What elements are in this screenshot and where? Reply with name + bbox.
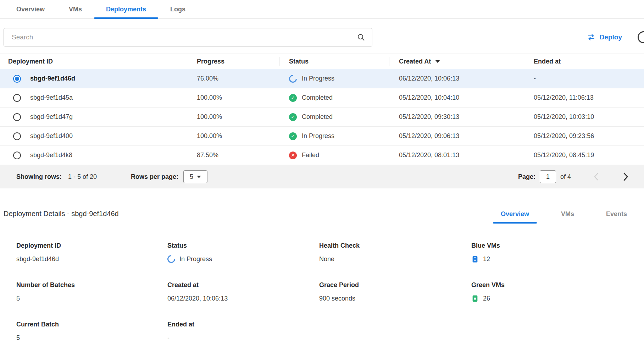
sort-descending-icon	[435, 60, 440, 63]
row-radio[interactable]	[13, 75, 21, 83]
table-row[interactable]: sbgd-9ef1d47g 100.00% Completed 05/12/20…	[0, 108, 644, 127]
search-input[interactable]	[4, 28, 372, 46]
row-radio[interactable]	[13, 113, 21, 121]
refresh-icon[interactable]	[638, 31, 644, 43]
field-label: Deployment ID	[16, 242, 167, 249]
field-value-text: 26	[483, 295, 490, 302]
created-at-value: 05/12/2020, 09:06:13	[389, 132, 524, 140]
rows-per-page-label: Rows per page:	[131, 173, 178, 181]
toolbar: Deploy	[0, 19, 644, 54]
status-label: Failed	[302, 152, 319, 159]
field-ended-at: Ended at -	[167, 321, 319, 342]
page-input[interactable]	[540, 170, 556, 183]
column-created-at[interactable]: Created At	[389, 54, 524, 69]
field-label: Status	[167, 242, 319, 249]
deployment-id: sbgd-9ef1d45a	[30, 94, 73, 101]
deploy-button[interactable]: Deploy	[587, 33, 622, 41]
status-icon	[287, 73, 298, 84]
created-at-value: 05/12/2020, 10:04:10	[389, 94, 524, 101]
field-label: Grace Period	[319, 281, 471, 289]
field-value-text: 5	[16, 295, 20, 302]
details-title: Deployment Details - sbgd-9ef1d46d	[4, 210, 119, 224]
status-icon	[289, 152, 297, 159]
dropdown-caret-icon	[197, 176, 201, 178]
table-row[interactable]: sbgd-9ef1d4k8 87.50% Failed 05/12/2020, …	[0, 146, 644, 165]
field-value-text: None	[319, 255, 334, 263]
deployment-id: sbgd-9ef1d400	[30, 132, 73, 140]
field-value-text: sbgd-9ef1d46d	[16, 255, 59, 263]
table-row[interactable]: sbgd-9ef1d46d 76.00% In Progress 06/12/2…	[0, 69, 644, 88]
field-deployment-id: Deployment ID sbgd-9ef1d46d	[16, 242, 167, 264]
ended-at-value: 05/12/2020, 08:45:19	[524, 152, 644, 159]
progress-value: 100.00%	[187, 94, 279, 101]
status-label: In Progress	[302, 132, 334, 140]
status-label: Completed	[302, 94, 333, 101]
field-label: Blue VMs	[471, 242, 644, 249]
page-total: of 4	[560, 173, 571, 181]
field-green-vms: Green VMs 26	[471, 281, 644, 303]
field-health-check: Health Check None	[319, 242, 471, 264]
showing-rows-label: Showing rows:	[16, 173, 62, 181]
deployment-id: sbgd-9ef1d47g	[30, 113, 73, 121]
tab-vms[interactable]: VMs	[57, 0, 94, 18]
rows-per-page-value: 5	[190, 173, 193, 181]
column-status: Status	[279, 54, 389, 69]
field-value-text: 12	[483, 255, 490, 263]
field-label: Ended at	[167, 321, 319, 328]
blue-vms-icon	[471, 255, 479, 263]
rows-per-page-select[interactable]: 5	[183, 170, 207, 183]
tab-overview[interactable]: Overview	[4, 0, 57, 18]
swap-arrows-icon	[587, 34, 595, 41]
details-fields: Deployment ID sbgd-9ef1d46d Status In Pr…	[16, 242, 644, 342]
progress-value: 87.50%	[187, 152, 279, 159]
row-radio[interactable]	[13, 152, 21, 159]
field-label: Green VMs	[471, 281, 644, 289]
progress-value: 76.00%	[187, 75, 279, 82]
deployment-id: sbgd-9ef1d4k8	[30, 152, 72, 159]
status-icon	[289, 132, 297, 140]
chevron-left-icon[interactable]	[592, 171, 600, 182]
progress-value: 100.00%	[187, 113, 279, 121]
row-radio[interactable]	[13, 132, 21, 140]
details-tab-bar: Overview VMs Events	[477, 210, 635, 224]
in-progress-spinner-icon	[166, 253, 177, 264]
field-value-text: -	[167, 334, 170, 342]
details-tab-events[interactable]: Events	[598, 210, 635, 224]
field-label: Created at	[167, 281, 319, 289]
field-label: Health Check	[319, 242, 471, 249]
field-value-text: 5	[16, 334, 20, 342]
table-header: Deployment ID Progress Status Created At…	[0, 54, 644, 69]
details-header: Deployment Details - sbgd-9ef1d46d Overv…	[0, 210, 644, 224]
field-grace-period: Grace Period 900 seconds	[319, 281, 471, 303]
pagination-bar: Showing rows: 1 - 5 of 20 Rows per page:…	[0, 165, 644, 188]
progress-value: 100.00%	[187, 132, 279, 140]
details-tab-overview[interactable]: Overview	[493, 210, 537, 224]
search-box	[4, 28, 372, 46]
field-value-text: 900 seconds	[319, 295, 355, 302]
page-label: Page:	[518, 173, 535, 181]
created-at-value: 05/12/2020, 08:01:13	[389, 152, 524, 159]
table-row[interactable]: sbgd-9ef1d45a 100.00% Completed 05/12/20…	[0, 88, 644, 108]
tab-deployments[interactable]: Deployments	[94, 0, 158, 18]
field-value-text: 06/12/2020, 10:06:13	[167, 295, 228, 302]
row-radio[interactable]	[13, 94, 21, 102]
table-row[interactable]: sbgd-9ef1d400 100.00% In Progress 05/12/…	[0, 127, 644, 146]
ended-at-value: 05/12/2020, 10:03:10	[524, 113, 644, 121]
details-tab-vms[interactable]: VMs	[553, 210, 582, 224]
showing-rows-value: 1 - 5 of 20	[68, 173, 97, 181]
search-icon	[357, 33, 365, 42]
field-value-text: In Progress	[179, 255, 212, 263]
status-icon	[289, 94, 297, 102]
status-label: In Progress	[302, 75, 334, 82]
field-label: Number of Batches	[16, 281, 167, 289]
ended-at-value: 05/12/2020, 09:23:56	[524, 132, 644, 140]
column-deployment-id: Deployment ID	[0, 54, 187, 69]
field-blue-vms: Blue VMs 12	[471, 242, 644, 264]
tab-logs[interactable]: Logs	[158, 0, 198, 18]
created-at-value: 05/12/2020, 09:30:13	[389, 113, 524, 121]
chevron-right-icon[interactable]	[621, 171, 630, 183]
field-number-of-batches: Number of Batches 5	[16, 281, 167, 303]
deployments-page: Overview VMs Deployments Logs Deploy	[0, 0, 644, 352]
deployment-id: sbgd-9ef1d46d	[30, 75, 75, 82]
ended-at-value: -	[524, 75, 644, 82]
